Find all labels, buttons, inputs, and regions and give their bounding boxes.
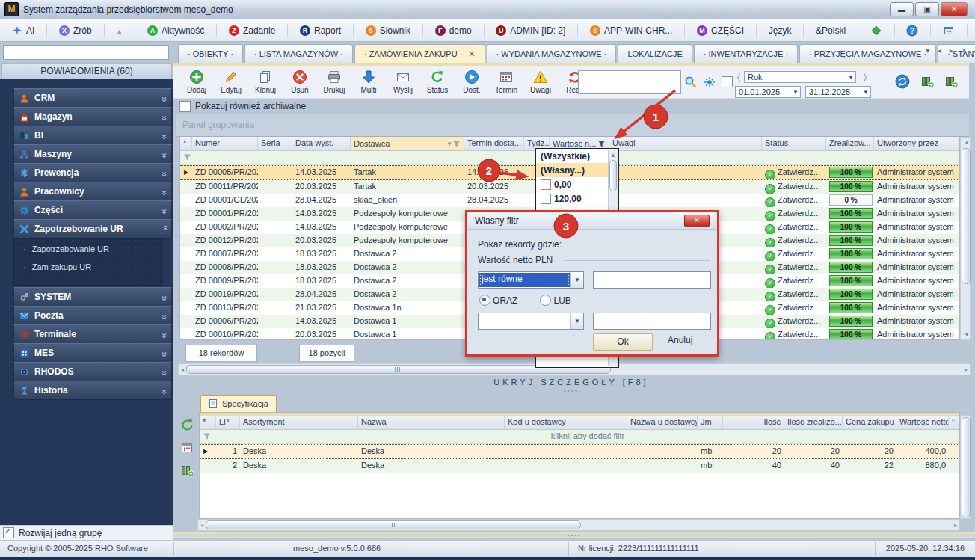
cell[interactable]: 20 (843, 445, 896, 458)
cell[interactable]: 22 (843, 459, 896, 473)
scroll-down-icon[interactable]: ▼ (964, 331, 970, 338)
edytuj-button[interactable]: Edytuj (214, 67, 248, 94)
cell[interactable] (180, 288, 192, 301)
cell[interactable]: 40 (723, 459, 784, 473)
cell[interactable]: Administrator system (874, 288, 960, 301)
cell[interactable]: Administrator system (874, 315, 960, 328)
cell[interactable]: 20.03.2025 (464, 180, 524, 194)
calendar-icon[interactable] (180, 441, 194, 455)
cell[interactable]: 100 % (826, 301, 874, 315)
usu-button[interactable]: Usuń (283, 67, 317, 94)
tab-przyj-cia-magazynowe[interactable]: · PRZYJĘCIA MAGAZYNOWE · (799, 44, 936, 63)
menu-item-polski[interactable]: &Polski (811, 25, 850, 36)
cell[interactable]: Dostawca 1n (351, 301, 464, 315)
chevron-down-icon[interactable]: » (159, 314, 170, 317)
chevron-down-icon[interactable]: » (159, 209, 170, 212)
cell[interactable]: ✓Zatwierdz... (762, 274, 826, 288)
cell[interactable]: ✓Zatwierdz... (762, 261, 826, 274)
menu-item-app-win-chr[interactable]: SAPP-WIN-CHR... (585, 25, 677, 36)
cell[interactable] (180, 194, 192, 207)
menu-item-j-zyk[interactable]: Język (764, 25, 796, 36)
refresh-icon[interactable] (894, 73, 911, 90)
filter-option-w-asny[interactable]: (Własny...) (536, 163, 618, 177)
cell[interactable]: ZD 00013/PR/2025 (192, 301, 258, 315)
menu-item-item[interactable] (866, 25, 887, 37)
menu-item-ai[interactable]: AI (7, 25, 39, 36)
cell[interactable]: Administrator system (874, 180, 960, 194)
sidebar-search-input[interactable] (3, 45, 169, 60)
chevron-down-icon[interactable]: ▼ (570, 313, 583, 329)
cell[interactable]: Dostawca 2 (351, 274, 464, 288)
scroll-left-icon[interactable]: ◂ (181, 366, 184, 373)
cell[interactable] (258, 247, 292, 261)
cell[interactable]: ✓Zatwierdz... (762, 166, 826, 179)
cell[interactable]: mb (698, 445, 723, 458)
cell[interactable] (180, 328, 192, 340)
cell[interactable] (180, 207, 192, 221)
cell[interactable]: 28.04.2025 (292, 194, 351, 207)
cell[interactable]: 20 (723, 445, 784, 458)
column-header-asortyment[interactable]: Asortyment (240, 416, 358, 429)
cell[interactable] (258, 234, 292, 247)
cell[interactable] (180, 221, 192, 234)
grouping-panel[interactable]: Panel grupowania (176, 114, 969, 137)
cell[interactable] (258, 166, 292, 179)
cell[interactable]: 100 % (826, 315, 874, 328)
cell[interactable]: 14.03.2025 (292, 207, 351, 221)
status-button[interactable]: Status (420, 67, 455, 94)
close-button[interactable]: ✕ (941, 2, 968, 16)
chevron-down-icon[interactable]: » (159, 153, 170, 156)
cell[interactable]: ▶ (180, 166, 192, 179)
option-checkbox[interactable] (541, 194, 551, 204)
cell[interactable]: Podzespoły komputerowe (351, 234, 464, 247)
column-header-data-wyst[interactable]: Data wyst. (292, 137, 351, 150)
chevron-down-icon[interactable]: » (159, 171, 170, 174)
cell[interactable] (258, 221, 292, 234)
chevron-down-icon[interactable]: » (159, 295, 170, 298)
cell[interactable]: ✓Zatwierdz... (762, 234, 826, 247)
chevron-down-icon[interactable]: ▼ (570, 272, 583, 288)
cell[interactable]: 20.03.2025 (292, 234, 351, 247)
cell[interactable] (180, 180, 192, 194)
filter-icon[interactable] (452, 140, 461, 148)
cell[interactable]: 100 % (826, 207, 874, 221)
tab-lista-magazyn-w[interactable]: · LISTA MAGAZYNÓW · (244, 44, 353, 63)
cell[interactable]: Deska (240, 459, 358, 473)
menu-item-aktywno[interactable]: AAktywność (143, 25, 209, 36)
details-vertical-scrollbar[interactable] (960, 415, 971, 519)
cell[interactable]: Administrator system (874, 261, 960, 274)
tab-obiekty[interactable]: · OBIEKTY · (178, 44, 243, 63)
cell[interactable]: ✓Zatwierdz... (762, 247, 826, 261)
cell[interactable]: ZD 00019/PR/2025 (192, 288, 258, 301)
cell[interactable]: ✓Zatwierdz... (762, 301, 826, 315)
tab-zam-wienia-zakupu[interactable]: · ZAMÓWIENIA ZAKUPU ·✕ (354, 44, 485, 63)
chevron-down-icon[interactable]: » (159, 389, 170, 392)
menu-item-demo[interactable]: Fdemo (431, 25, 476, 36)
menu-item-s-ownik[interactable]: SSłownik (361, 25, 415, 36)
column-header-kod-u-dostawcy[interactable]: Kod u dostawcy (505, 416, 627, 429)
tab-wydania-magazynowe[interactable]: · WYDANIA MAGAZYNOWE · (487, 44, 617, 63)
search-icon[interactable] (683, 75, 698, 89)
cell[interactable]: 28.04.2025 (292, 288, 351, 301)
filter-option-wszystkie[interactable]: (Wszystkie) (536, 149, 618, 163)
chevron-down-icon[interactable]: » (159, 351, 170, 354)
sidebar-item-bi[interactable]: BI» (13, 126, 172, 145)
operator2-select[interactable]: ▼ (478, 313, 584, 330)
details-horizontal-scrollbar[interactable]: ◂ ▸ (197, 519, 960, 531)
cell[interactable]: 400,0 (896, 445, 949, 458)
previous-period-icon[interactable]: 〈 (731, 71, 742, 85)
date-from-select[interactable]: 01.01.2025▼ (735, 86, 801, 98)
cell[interactable]: Tartak (351, 166, 464, 179)
sidebar-item-prewencja[interactable]: Prewencja» (13, 163, 172, 182)
chevron-up-icon[interactable]: » (159, 227, 170, 230)
scroll-right-icon[interactable]: ▸ (965, 366, 968, 373)
cell[interactable]: Administrator system (874, 207, 960, 221)
cell[interactable]: Dostawca 1 (351, 328, 464, 340)
cell[interactable]: Administrator system (874, 194, 960, 207)
cell[interactable]: Administrator system (874, 221, 960, 234)
sidebar-item-poczta[interactable]: Poczta» (13, 306, 172, 325)
option-checkbox[interactable] (541, 179, 551, 190)
table-row[interactable]: 2DeskaDeskamb404022880,0 (200, 459, 959, 473)
multi-button[interactable]: Multi (351, 67, 386, 94)
cell[interactable]: 1 (216, 445, 240, 458)
